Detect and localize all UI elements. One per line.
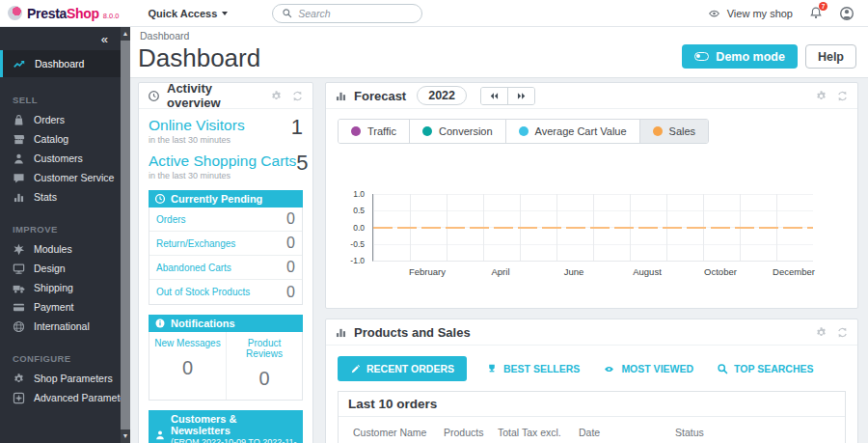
active-carts-label[interactable]: Active Shopping Carts xyxy=(149,152,296,169)
scroll-down-button[interactable]: ▼ xyxy=(121,429,130,443)
sidebar-item-customers[interactable]: Customers xyxy=(0,149,121,168)
traffic-dot-icon xyxy=(351,126,361,136)
x-tick: April xyxy=(464,266,537,277)
configure-section: Shop Parameters Advanced Parameters xyxy=(0,369,121,407)
product-reviews-link[interactable]: Product Reviews xyxy=(229,338,300,359)
online-visitors-label[interactable]: Online Visitors xyxy=(149,117,245,133)
sidebar-item-label: Modules xyxy=(34,243,72,255)
col-products: Products xyxy=(444,427,498,438)
sidebar-item-modules[interactable]: Modules xyxy=(0,239,121,259)
y-tick: -0.5 xyxy=(336,238,365,248)
legend-label: Average Cart Value xyxy=(535,125,627,137)
panel-refresh-icon[interactable] xyxy=(836,90,849,102)
sell-section: Orders Catalog Customers Customer Servic… xyxy=(0,110,121,207)
legend-average-cart-value[interactable]: Average Cart Value xyxy=(505,120,639,143)
customers-newsletters-range: (FROM 2022-10-09 TO 2022-11-09) xyxy=(171,437,297,443)
active-carts-sub: in the last 30 minutes xyxy=(149,171,296,180)
panel-settings-icon[interactable] xyxy=(815,326,827,339)
version-label: 8.0.0 xyxy=(103,12,120,20)
chat-bubble-icon xyxy=(13,172,25,184)
new-messages-link[interactable]: New Messages xyxy=(151,338,224,348)
sidebar-item-label: Dashboard xyxy=(35,58,84,69)
tab-best-sellers[interactable]: BEST SELLERS xyxy=(482,356,583,381)
pending-link[interactable]: Orders xyxy=(156,214,186,225)
new-messages-col: New Messages 0 xyxy=(149,332,226,400)
legend-traffic[interactable]: Traffic xyxy=(339,120,409,143)
view-my-shop-link[interactable]: View my shop xyxy=(707,8,793,19)
panel-settings-icon[interactable] xyxy=(815,90,827,102)
sidebar-item-label: Orders xyxy=(34,114,65,125)
sidebar-item-customer-service[interactable]: Customer Service xyxy=(0,168,121,187)
panel-settings-icon[interactable] xyxy=(270,90,283,102)
legend-sales[interactable]: Sales xyxy=(639,120,709,143)
forecast-next-button[interactable] xyxy=(507,88,534,104)
credit-card-icon xyxy=(13,301,25,314)
sidebar-item-payment[interactable]: Payment xyxy=(0,297,121,317)
y-tick: 1.0 xyxy=(336,189,365,199)
tab-label: BEST SELLERS xyxy=(503,363,580,374)
chevron-down-icon xyxy=(222,12,228,15)
y-tick: 0.0 xyxy=(336,222,365,232)
legend-conversion[interactable]: Conversion xyxy=(409,120,505,143)
forecast-panel: Forecast 2022 xyxy=(325,82,858,309)
sidebar-item-advanced-parameters[interactable]: Advanced Parameters xyxy=(0,388,121,407)
pending-link[interactable]: Abandoned Carts xyxy=(156,263,231,273)
customers-newsletters-title: Customers & Newsletters xyxy=(171,413,297,436)
x-tick: October xyxy=(684,266,757,277)
notifications-title: Notifications xyxy=(171,318,235,329)
sidebar-collapse-button[interactable]: « xyxy=(101,33,108,45)
sidebar-item-label: Customer Service xyxy=(34,172,114,183)
col-total-tax-excl: Total Tax excl. xyxy=(498,427,579,438)
sidebar-item-design[interactable]: Design xyxy=(0,259,121,278)
legend-label: Sales xyxy=(669,125,696,137)
module-burst-icon xyxy=(13,243,25,256)
gear-square-icon xyxy=(13,392,25,404)
brand-shop: Shop xyxy=(67,6,99,21)
currently-pending-banner: Currently Pending xyxy=(149,190,303,208)
global-search[interactable] xyxy=(272,4,422,23)
prestashop-logo[interactable]: PrestaShop 8.0.0 xyxy=(8,6,120,21)
pending-link[interactable]: Out of Stock Products xyxy=(156,287,250,297)
product-reviews-value: 0 xyxy=(229,368,300,390)
sidebar-item-label: Stats xyxy=(34,191,57,203)
sidebar-item-catalog[interactable]: Catalog xyxy=(0,129,121,149)
x-tick: February xyxy=(391,266,464,277)
tab-top-searches[interactable]: TOP SEARCHES xyxy=(713,356,817,381)
user-avatar[interactable] xyxy=(839,6,854,21)
sidebar-item-label: International xyxy=(34,320,90,332)
tab-most-viewed[interactable]: MOST VIEWED xyxy=(599,356,697,381)
search-input[interactable] xyxy=(298,8,413,19)
sidebar-item-international[interactable]: International xyxy=(0,317,121,336)
demo-mode-button[interactable]: Demo mode xyxy=(682,44,798,69)
pen-icon xyxy=(350,364,361,374)
forecast-metric-switcher: Traffic Conversion Average Cart Value Sa… xyxy=(338,119,709,144)
x-tick: June xyxy=(537,266,610,277)
sidebar-item-shipping[interactable]: Shipping xyxy=(0,278,121,297)
bar-chart-icon xyxy=(13,191,25,204)
notifications-bell[interactable]: 7 xyxy=(809,6,823,20)
tab-recent-orders[interactable]: RECENT ORDERS xyxy=(338,356,467,381)
sidebar-scrollbar[interactable]: ▲ ▼ xyxy=(121,27,130,443)
panel-refresh-icon[interactable] xyxy=(291,90,304,102)
pending-value: 0 xyxy=(286,210,295,228)
forecast-prev-button[interactable] xyxy=(481,88,507,104)
table-header-row: Customer Name Products Total Tax excl. D… xyxy=(346,417,837,443)
bar-chart-icon xyxy=(335,326,347,339)
tab-label: TOP SEARCHES xyxy=(734,363,813,374)
sidebar-item-orders[interactable]: Orders xyxy=(0,110,121,129)
help-button[interactable]: Help xyxy=(805,44,856,69)
clock-icon xyxy=(148,90,160,102)
sidebar-item-shop-parameters[interactable]: Shop Parameters xyxy=(0,369,121,388)
prestashop-logo-icon xyxy=(8,6,22,20)
globe-icon xyxy=(13,320,25,333)
demo-mode-label: Demo mode xyxy=(716,50,785,64)
sidebar-section-improve: IMPROVE xyxy=(0,224,121,235)
quick-access-dropdown[interactable]: Quick Access xyxy=(149,8,229,19)
scroll-up-button[interactable]: ▲ xyxy=(121,27,130,41)
sidebar-item-label: Catalog xyxy=(34,133,68,145)
sidebar-item-stats[interactable]: Stats xyxy=(0,187,121,207)
search-icon xyxy=(282,8,292,18)
panel-refresh-icon[interactable] xyxy=(836,326,849,339)
sidebar-item-dashboard[interactable]: Dashboard xyxy=(0,50,121,77)
pending-link[interactable]: Return/Exchanges xyxy=(156,238,235,249)
